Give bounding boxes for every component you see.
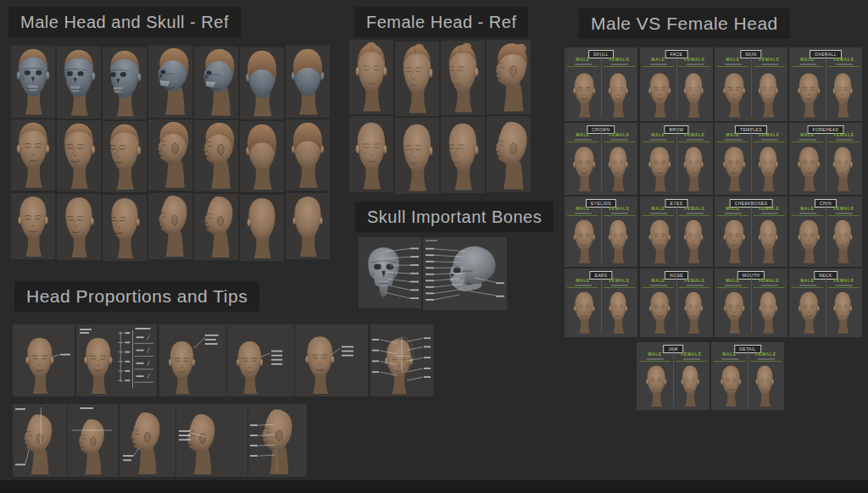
male-underline — [567, 287, 599, 288]
female-label: FEMALE — [751, 278, 787, 286]
head-image — [570, 144, 598, 193]
comparison-panel: TEMPLESMALEFEMALE — [715, 123, 787, 195]
male-sublabel — [650, 213, 667, 214]
male-head-thumb — [570, 290, 598, 335]
male-head-thumb — [642, 363, 670, 408]
male-head-thumb — [720, 144, 748, 193]
male-underline — [792, 287, 824, 288]
comparison-panel: EARSMALEFEMALE — [565, 269, 637, 337]
female-underline — [754, 141, 786, 142]
head-image — [754, 144, 782, 193]
female-sublabel — [611, 285, 628, 286]
head-image — [194, 120, 238, 191]
male-label: MALE — [640, 278, 676, 286]
skull-head-image — [11, 46, 55, 118]
female-underline — [754, 66, 786, 67]
male-head-thumb — [794, 144, 823, 193]
female-label: FEMALE — [676, 132, 713, 141]
proportions-panel — [370, 324, 433, 396]
annotation-overlay — [68, 404, 118, 477]
female-head-thumb — [754, 144, 782, 193]
female-head-thumb — [750, 363, 779, 408]
head-image — [794, 144, 823, 193]
female-head-tile — [395, 118, 439, 194]
male-sublabel — [721, 358, 738, 360]
male-head-tile — [11, 46, 55, 118]
female-head-tile — [487, 116, 531, 192]
head-image — [794, 290, 823, 335]
head-image — [720, 144, 748, 193]
male-head-tile — [103, 121, 147, 192]
female-head-tile — [487, 40, 531, 114]
male-label: MALE — [640, 206, 676, 214]
panel-divider — [673, 350, 674, 407]
male-label: MALE — [789, 57, 826, 65]
head-image — [720, 290, 748, 335]
female-sublabel — [836, 213, 853, 214]
male-sublabel — [799, 64, 816, 65]
female-head-thumb — [679, 69, 708, 119]
head-image — [103, 121, 147, 192]
proportions-panel — [68, 404, 118, 477]
head-image — [286, 193, 330, 259]
female-label: FEMALE — [601, 278, 637, 286]
male-label: MALE — [711, 352, 748, 360]
panel-divider — [751, 204, 752, 263]
annotation-overlay — [159, 324, 226, 396]
head-image — [441, 117, 485, 193]
female-head-thumb — [828, 290, 857, 335]
head-image — [645, 218, 674, 265]
female-underline — [679, 215, 711, 216]
female-sublabel — [611, 64, 628, 65]
female-sublabel — [687, 213, 704, 214]
male-vs-female-title-text: Male VS Female Head — [591, 14, 778, 33]
female-sublabel — [758, 358, 775, 360]
head-image — [240, 195, 284, 261]
male-head-tile — [57, 47, 101, 119]
skull-head-image — [103, 47, 147, 119]
head-image — [240, 121, 284, 192]
male-underline — [643, 141, 675, 142]
female-underline — [679, 141, 711, 142]
annotation-overlay — [13, 324, 75, 396]
annotation-overlay — [295, 324, 368, 396]
male-label: MALE — [640, 57, 676, 65]
proportions-panel — [120, 404, 175, 477]
comparison-panel: DETAILMALEFEMALE — [711, 342, 784, 410]
panel-divider — [751, 276, 752, 334]
female-label: FEMALE — [751, 57, 787, 65]
female-head-tile — [395, 42, 439, 116]
female-label: FEMALE — [676, 278, 713, 286]
head-image — [604, 69, 632, 119]
proportions-panel — [248, 404, 307, 477]
panel-divider — [601, 276, 602, 334]
bottom-dark-strip — [0, 480, 868, 493]
female-head-thumb — [679, 144, 708, 193]
female-label: FEMALE — [826, 132, 862, 141]
male-head-thumb — [570, 218, 598, 265]
comparison-panel: FOREHEADMALEFEMALE — [789, 123, 862, 195]
male-head-tile — [240, 47, 284, 119]
head-image — [148, 193, 192, 259]
male-underline — [717, 141, 749, 142]
female-sublabel — [836, 64, 853, 65]
male-sublabel — [575, 213, 592, 214]
panel-divider — [751, 55, 752, 118]
skull-head-image — [240, 47, 284, 119]
male-underline — [567, 66, 599, 67]
head-image — [286, 119, 330, 191]
female-label: FEMALE — [601, 57, 637, 65]
panel-divider — [676, 204, 677, 263]
annotation-overlay — [370, 324, 433, 396]
head-image — [487, 40, 531, 114]
male-sublabel — [799, 285, 816, 286]
male-head-thumb — [570, 69, 598, 119]
female-label: FEMALE — [601, 132, 637, 141]
annotation-overlay — [13, 404, 67, 477]
panel-divider — [748, 350, 748, 407]
male-sublabel — [575, 285, 592, 286]
male-head-thumb — [720, 69, 748, 119]
female-label: FEMALE — [673, 352, 709, 360]
male-underline — [792, 66, 824, 67]
female-head-title-text: Female Head - Ref — [366, 13, 516, 31]
